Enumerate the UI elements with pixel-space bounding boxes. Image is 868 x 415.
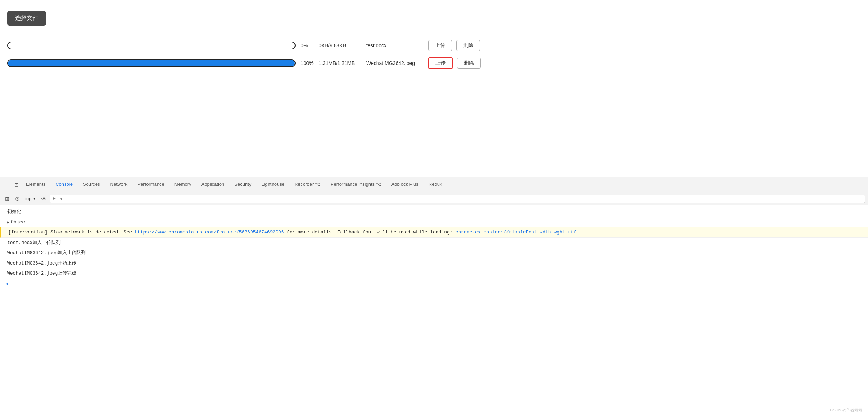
choose-file-button[interactable]: 选择文件 — [7, 11, 46, 26]
upload-row-1: 0% 0KB/9.88KB test.docx 上传 删除 — [7, 40, 861, 51]
upload-button-2[interactable]: 上传 — [428, 57, 453, 69]
csdn-watermark: CSDN @作者素素 — [830, 407, 862, 413]
top-context-label: top — [25, 196, 31, 201]
tab-sources-label: Sources — [83, 182, 100, 187]
console-text-5: WechatIMG3642.jpeg加入上传队列 — [7, 249, 86, 257]
warning-link-2[interactable]: chrome-extension://riableFont_wdth_wght.… — [455, 230, 576, 235]
console-line-3: [Intervention] Slow network is detected.… — [0, 227, 868, 238]
tab-adblock-plus-label: Adblock Plus — [391, 182, 418, 187]
upload-size-2: 1.31MB/1.31MB — [319, 60, 362, 66]
console-toolbar: ⊞ ⊘ top ▼ 👁 — [0, 192, 868, 205]
console-line-2: Object — [0, 217, 868, 228]
tab-performance-insights[interactable]: Performance insights ⌥ — [326, 177, 386, 192]
tab-memory[interactable]: Memory — [169, 177, 196, 192]
dropdown-arrow-icon: ▼ — [32, 197, 36, 201]
devtools-icon-inspect[interactable]: ⊡ — [12, 180, 21, 189]
console-text-4: test.docx加入上传队列 — [7, 239, 61, 246]
upload-row-2: 100% 1.31MB/1.31MB WechatIMG3642.jpeg 上传… — [7, 57, 861, 69]
console-line-6: WechatIMG3642.jpeg开始上传 — [0, 258, 868, 269]
tab-adblock-plus[interactable]: Adblock Plus — [386, 177, 424, 192]
console-filter-input[interactable] — [50, 195, 865, 203]
console-line-7: WechatIMG3642.jpeg上传完成 — [0, 268, 868, 279]
progress-bar-fill-2 — [8, 60, 295, 66]
upload-filename-2: WechatIMG3642.jpeg — [366, 60, 424, 66]
devtools-icon-pointer[interactable]: ⋮⋮ — [3, 180, 12, 189]
upload-info-2: 100% 1.31MB/1.31MB WechatIMG3642.jpeg 上传… — [301, 57, 481, 69]
tab-console[interactable]: Console — [50, 177, 78, 192]
tab-performance[interactable]: Performance — [132, 177, 169, 192]
top-area: 选择文件 0% 0KB/9.88KB test.docx 上传 删除 100% … — [0, 0, 868, 177]
delete-button-2[interactable]: 删除 — [457, 58, 481, 69]
object-toggle-2[interactable]: Object — [7, 219, 28, 226]
warning-text-before: [Intervention] Slow network is detected.… — [8, 230, 135, 235]
tab-security-label: Security — [234, 182, 251, 187]
tab-lighthouse[interactable]: Lighthouse — [256, 177, 289, 192]
tab-lighthouse-label: Lighthouse — [261, 182, 284, 187]
console-text-7: WechatIMG3642.jpeg上传完成 — [7, 270, 76, 277]
console-warning-text: [Intervention] Slow network is detected.… — [8, 229, 576, 236]
tab-performance-label: Performance — [137, 182, 164, 187]
devtools-tabs: ⋮⋮ ⊡ Elements Console Sources Network Pe… — [0, 177, 868, 192]
tab-console-label: Console — [56, 182, 73, 187]
tab-application[interactable]: Application — [196, 177, 230, 192]
tab-performance-insights-label: Performance insights ⌥ — [331, 182, 381, 187]
upload-filename-1: test.docx — [366, 43, 424, 48]
console-output: 初始化 Object [Intervention] Slow network i… — [0, 205, 868, 415]
tab-network[interactable]: Network — [105, 177, 133, 192]
console-text-1: 初始化 — [7, 208, 21, 215]
tab-elements-label: Elements — [26, 182, 45, 187]
tab-elements[interactable]: Elements — [21, 177, 50, 192]
sidebar-toggle-button[interactable]: ⊞ — [3, 195, 12, 203]
eye-icon-button[interactable]: 👁 — [40, 195, 48, 203]
top-context-selector[interactable]: top ▼ — [23, 196, 38, 202]
tab-sources[interactable]: Sources — [78, 177, 105, 192]
tab-security[interactable]: Security — [229, 177, 256, 192]
progress-bar-2 — [7, 59, 296, 67]
upload-size-1: 0KB/9.88KB — [319, 43, 362, 48]
progress-bar-1 — [7, 42, 296, 49]
devtools-panel: ⋮⋮ ⊡ Elements Console Sources Network Pe… — [0, 177, 868, 415]
upload-button-1[interactable]: 上传 — [428, 40, 452, 51]
warning-link-1[interactable]: https://www.chromestatus.com/feature/563… — [135, 230, 284, 235]
clear-console-button[interactable]: ⊘ — [13, 195, 22, 203]
tab-network-label: Network — [110, 182, 128, 187]
tab-memory-label: Memory — [174, 182, 191, 187]
tab-application-label: Application — [201, 182, 225, 187]
console-prompt[interactable]: > — [0, 279, 868, 289]
upload-list: 0% 0KB/9.88KB test.docx 上传 删除 100% 1.31M… — [7, 40, 861, 69]
upload-info-1: 0% 0KB/9.88KB test.docx 上传 删除 — [301, 40, 480, 51]
console-text-6: WechatIMG3642.jpeg开始上传 — [7, 260, 76, 267]
delete-button-1[interactable]: 删除 — [456, 40, 480, 51]
console-line-5: WechatIMG3642.jpeg加入上传队列 — [0, 248, 868, 258]
tab-redux-label: Redux — [429, 182, 442, 187]
warning-text-middle: for more details. Fallback font will be … — [284, 230, 456, 235]
tab-redux[interactable]: Redux — [424, 177, 447, 192]
console-line-4: test.docx加入上传队列 — [0, 238, 868, 248]
tab-recorder[interactable]: Recorder ⌥ — [289, 177, 326, 192]
upload-percent-1: 0% — [301, 43, 314, 48]
upload-percent-2: 100% — [301, 60, 314, 66]
console-line-1: 初始化 — [0, 207, 868, 217]
tab-recorder-label: Recorder ⌥ — [294, 182, 320, 187]
